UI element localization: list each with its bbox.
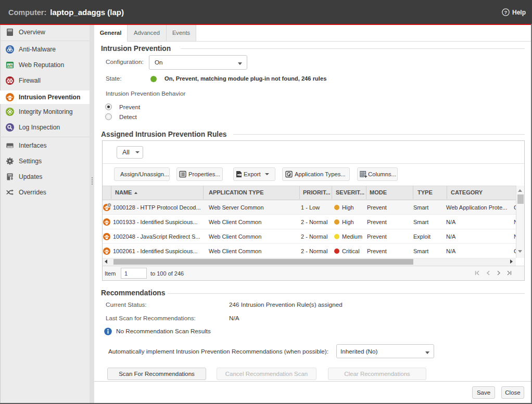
svg-text:WR: WR: [7, 63, 14, 68]
svg-text:?: ?: [504, 9, 508, 15]
